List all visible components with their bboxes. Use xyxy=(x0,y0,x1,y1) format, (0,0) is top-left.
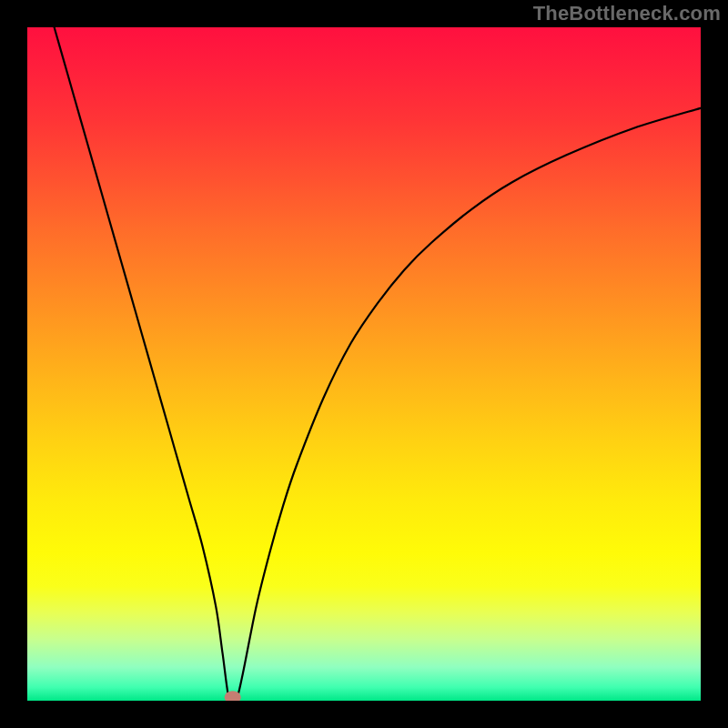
plot-area xyxy=(27,27,701,701)
watermark-text: TheBottleneck.com xyxy=(533,2,721,25)
bottleneck-curve xyxy=(55,27,701,701)
curve-layer xyxy=(27,27,701,701)
chart-frame: TheBottleneck.com xyxy=(0,0,728,728)
